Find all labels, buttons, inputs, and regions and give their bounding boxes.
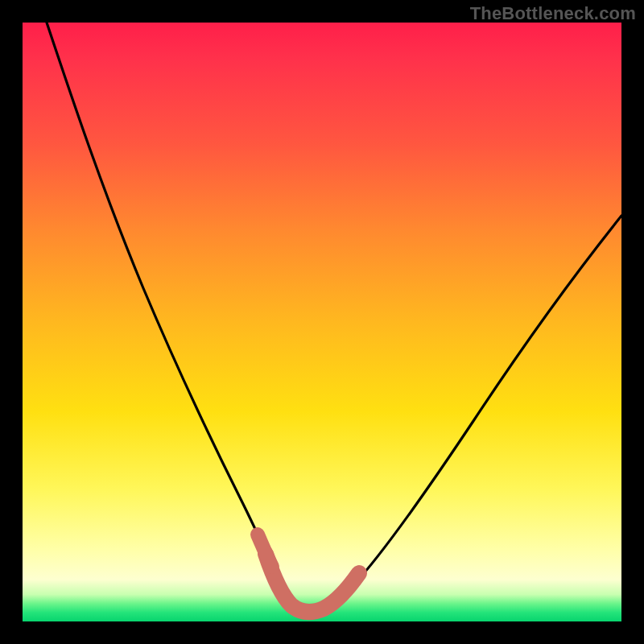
plot-area (23, 23, 621, 621)
watermark-text: TheBottleneck.com (470, 3, 636, 24)
chart-frame: TheBottleneck.com (0, 0, 644, 644)
gradient-background (23, 23, 621, 621)
